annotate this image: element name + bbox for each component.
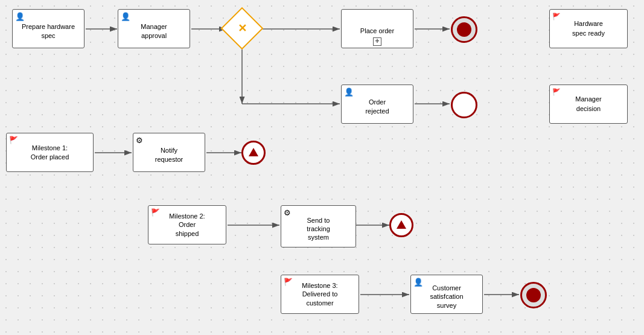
task-prepare-hw-label: Prepare hardware spec	[15, 22, 81, 40]
gateway-x-icon: ✕	[238, 22, 247, 35]
task-manager-approval[interactable]: 👤 Managerapproval	[118, 9, 190, 48]
person-icon: 👤	[15, 12, 25, 22]
annotation-manager-decision: 🚩 Managerdecision	[549, 85, 628, 124]
task-place-order[interactable]: Place order +	[341, 9, 413, 48]
service-icon-1: ⚙	[136, 136, 143, 146]
milestone-order-shipped[interactable]: 🚩 Milestone 2:Ordershipped	[148, 205, 226, 244]
task-send-tracking[interactable]: ⚙ Send totrackingsystem	[281, 205, 356, 247]
task-order-rejected[interactable]: 👤 Orderrejected	[341, 85, 413, 124]
milestone-order-placed[interactable]: 🚩 Milestone 1:Order placed	[6, 133, 94, 172]
milestone-delivered[interactable]: 🚩 Milestone 3:Delivered tocustomer	[281, 275, 359, 314]
task-customer-survey[interactable]: 👤 Customersatisfcationsurvey	[410, 275, 483, 314]
annotation-hw-spec-ready-label: Hardwarespec ready	[572, 19, 605, 38]
bpmn-canvas: 👤 Prepare hardware spec 👤 Managerapprova…	[0, 0, 644, 335]
gateway-exclusive[interactable]: ✕	[221, 7, 264, 50]
end-event-2	[451, 92, 477, 118]
milestone-delivered-label: Milestone 3:Delivered tocustomer	[302, 281, 337, 307]
triangle-icon-2	[397, 220, 406, 229]
subprocess-marker: +	[373, 37, 381, 46]
task-notify-requestor-label: Notifyrequestor	[155, 146, 183, 164]
end-event-1-inner	[457, 22, 471, 37]
intermediate-event-1	[241, 141, 266, 165]
person-icon-4: 👤	[413, 278, 423, 288]
task-place-order-label: Place order	[360, 27, 394, 35]
milestone-order-shipped-label: Milestone 2:Ordershipped	[169, 212, 205, 238]
task-send-tracking-label: Send totrackingsystem	[307, 216, 330, 242]
milestone-order-placed-label: Milestone 1:Order placed	[31, 144, 69, 161]
task-order-rejected-label: Orderrejected	[365, 98, 389, 115]
service-icon-2: ⚙	[284, 208, 291, 219]
task-prepare-hw[interactable]: 👤 Prepare hardware spec	[12, 9, 84, 48]
person-icon-3: 👤	[344, 88, 354, 98]
annotation-manager-decision-label: Managerdecision	[575, 95, 601, 113]
triangle-icon-1	[249, 148, 258, 156]
task-customer-survey-label: Customersatisfcationsurvey	[430, 284, 463, 310]
annotation-hw-spec-ready: 🚩 Hardwarespec ready	[549, 9, 628, 48]
task-manager-approval-label: Managerapproval	[141, 22, 167, 40]
task-notify-requestor[interactable]: ⚙ Notifyrequestor	[133, 133, 205, 172]
person-icon-2: 👤	[121, 12, 130, 22]
intermediate-event-2	[389, 213, 413, 237]
end-event-4-inner	[526, 288, 541, 302]
